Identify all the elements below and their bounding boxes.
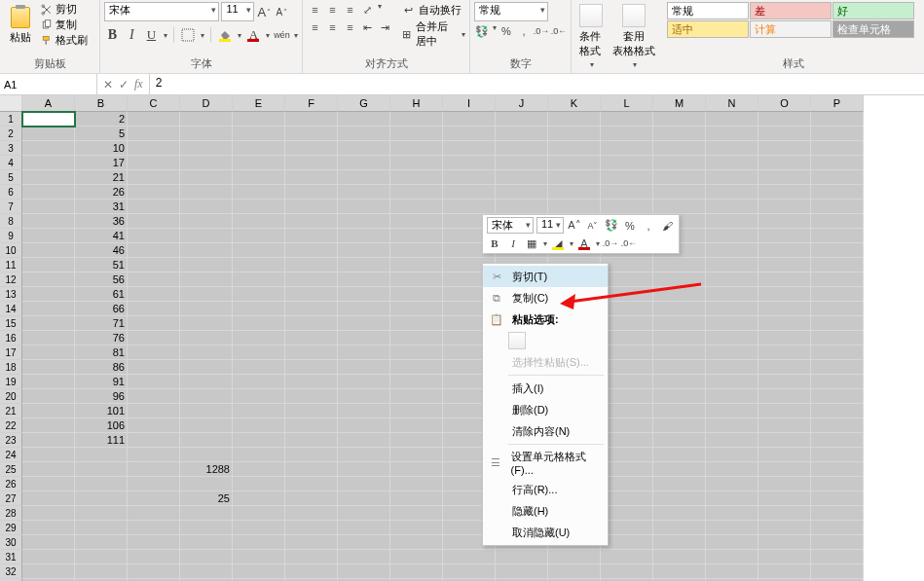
cell[interactable] bbox=[601, 418, 653, 433]
cell[interactable] bbox=[338, 564, 390, 579]
cell[interactable] bbox=[233, 170, 285, 185]
cell[interactable] bbox=[811, 258, 864, 272]
cell[interactable] bbox=[706, 272, 758, 287]
cell[interactable] bbox=[180, 258, 233, 272]
cell[interactable] bbox=[601, 491, 653, 506]
cell[interactable] bbox=[390, 506, 443, 521]
cell[interactable] bbox=[706, 564, 758, 579]
cell[interactable] bbox=[338, 491, 390, 506]
cell[interactable]: 81 bbox=[75, 345, 128, 360]
cell[interactable] bbox=[758, 287, 811, 302]
cell[interactable] bbox=[758, 535, 811, 550]
orientation-button[interactable]: ⤢ bbox=[359, 2, 375, 18]
mini-italic[interactable]: I bbox=[505, 236, 521, 251]
cell[interactable] bbox=[285, 170, 338, 185]
cell[interactable] bbox=[233, 491, 285, 506]
row-header[interactable]: 21 bbox=[0, 404, 22, 418]
inc-decimal-button[interactable]: .0→ bbox=[534, 23, 549, 39]
cell[interactable] bbox=[233, 433, 285, 448]
cell[interactable] bbox=[338, 258, 390, 272]
wrap-text-button[interactable]: ↩自动换行 bbox=[400, 2, 465, 18]
col-header[interactable]: M bbox=[653, 95, 706, 112]
cell[interactable] bbox=[706, 141, 758, 156]
cell[interactable] bbox=[601, 433, 653, 448]
cell[interactable] bbox=[496, 127, 548, 141]
col-header[interactable]: D bbox=[180, 95, 233, 112]
cell[interactable] bbox=[811, 214, 864, 229]
cell[interactable] bbox=[548, 550, 601, 564]
ctx-clear[interactable]: 清除内容(N) bbox=[483, 420, 608, 442]
cell[interactable] bbox=[653, 200, 706, 214]
mini-border[interactable]: ▦ bbox=[524, 236, 539, 251]
col-header[interactable]: A bbox=[22, 95, 75, 112]
cell[interactable] bbox=[128, 141, 180, 156]
cell[interactable] bbox=[233, 316, 285, 331]
fill-color-button[interactable] bbox=[217, 27, 233, 43]
cell[interactable] bbox=[496, 141, 548, 156]
cell[interactable] bbox=[601, 302, 653, 316]
cell[interactable] bbox=[180, 127, 233, 141]
cell[interactable] bbox=[390, 127, 443, 141]
col-header[interactable]: K bbox=[548, 95, 601, 112]
cell[interactable] bbox=[601, 564, 653, 579]
comma-button[interactable]: , bbox=[516, 23, 532, 39]
cell[interactable] bbox=[390, 243, 443, 258]
cell[interactable]: 36 bbox=[75, 214, 128, 229]
cell[interactable] bbox=[338, 345, 390, 360]
cell[interactable] bbox=[811, 127, 864, 141]
cell[interactable] bbox=[811, 316, 864, 331]
cell[interactable] bbox=[548, 141, 601, 156]
cell[interactable] bbox=[496, 200, 548, 214]
cell[interactable] bbox=[811, 521, 864, 535]
cell[interactable] bbox=[758, 491, 811, 506]
cell[interactable] bbox=[811, 491, 864, 506]
row-header[interactable]: 17 bbox=[0, 345, 22, 360]
cell[interactable] bbox=[285, 477, 338, 491]
row-header[interactable]: 3 bbox=[0, 141, 22, 156]
cell[interactable] bbox=[128, 316, 180, 331]
cell[interactable] bbox=[653, 112, 706, 127]
cell[interactable] bbox=[601, 331, 653, 345]
cell[interactable] bbox=[233, 214, 285, 229]
cell[interactable] bbox=[22, 360, 75, 375]
cell[interactable] bbox=[811, 550, 864, 564]
cell[interactable] bbox=[338, 272, 390, 287]
shrink-font-button[interactable]: A˅ bbox=[274, 4, 289, 19]
cell[interactable] bbox=[128, 287, 180, 302]
cell[interactable] bbox=[390, 156, 443, 170]
cell[interactable] bbox=[390, 258, 443, 272]
cell[interactable] bbox=[653, 272, 706, 287]
cell[interactable] bbox=[811, 243, 864, 258]
cell[interactable]: 91 bbox=[75, 375, 128, 389]
cell[interactable] bbox=[128, 258, 180, 272]
cell[interactable] bbox=[390, 302, 443, 316]
bold-button[interactable]: B bbox=[104, 27, 120, 43]
cell[interactable] bbox=[390, 491, 443, 506]
cell[interactable] bbox=[128, 170, 180, 185]
cell[interactable] bbox=[601, 316, 653, 331]
cell[interactable] bbox=[811, 156, 864, 170]
cell[interactable] bbox=[443, 550, 496, 564]
cell[interactable] bbox=[338, 243, 390, 258]
cell[interactable] bbox=[758, 214, 811, 229]
cell[interactable] bbox=[496, 112, 548, 127]
row-header[interactable]: 4 bbox=[0, 156, 22, 170]
cell[interactable] bbox=[653, 287, 706, 302]
ctx-cut[interactable]: ✂ 剪切(T) bbox=[483, 266, 608, 287]
cell[interactable] bbox=[758, 448, 811, 462]
cell[interactable]: 106 bbox=[75, 418, 128, 433]
cell[interactable] bbox=[338, 418, 390, 433]
cell[interactable] bbox=[706, 477, 758, 491]
cell[interactable] bbox=[338, 331, 390, 345]
cell[interactable] bbox=[811, 462, 864, 477]
cell[interactable] bbox=[601, 521, 653, 535]
cell[interactable] bbox=[180, 316, 233, 331]
mini-shrink-font[interactable]: A˅ bbox=[585, 218, 601, 234]
cell[interactable] bbox=[338, 375, 390, 389]
mini-fill-color[interactable]: ◢ bbox=[550, 236, 566, 251]
cell[interactable] bbox=[758, 506, 811, 521]
cell[interactable] bbox=[653, 170, 706, 185]
row-header[interactable]: 31 bbox=[0, 550, 22, 564]
cell[interactable] bbox=[338, 404, 390, 418]
cell[interactable] bbox=[233, 243, 285, 258]
